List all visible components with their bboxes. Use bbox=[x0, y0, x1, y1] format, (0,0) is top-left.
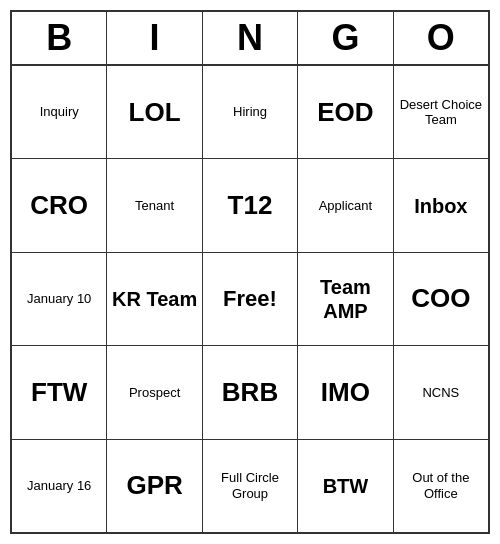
bingo-cell-1-4: Inbox bbox=[394, 159, 488, 251]
bingo-row-1: CROTenantT12ApplicantInbox bbox=[12, 159, 488, 252]
bingo-cell-0-4: Desert Choice Team bbox=[394, 66, 488, 158]
bingo-cell-4-0: January 16 bbox=[12, 440, 107, 532]
bingo-cell-1-1: Tenant bbox=[107, 159, 202, 251]
bingo-cell-3-1: Prospect bbox=[107, 346, 202, 438]
bingo-row-4: January 16GPRFull Circle GroupBTWOut of … bbox=[12, 440, 488, 532]
bingo-cell-1-2: T12 bbox=[203, 159, 298, 251]
bingo-cell-2-2: Free! bbox=[203, 253, 298, 345]
bingo-row-0: InquiryLOLHiringEODDesert Choice Team bbox=[12, 66, 488, 159]
bingo-cell-3-2: BRB bbox=[203, 346, 298, 438]
header-letter-g: G bbox=[298, 12, 393, 64]
header-letter-o: O bbox=[394, 12, 488, 64]
bingo-row-3: FTWProspectBRBIMONCNS bbox=[12, 346, 488, 439]
bingo-cell-3-0: FTW bbox=[12, 346, 107, 438]
header-letter-i: I bbox=[107, 12, 202, 64]
bingo-cell-4-2: Full Circle Group bbox=[203, 440, 298, 532]
bingo-cell-4-3: BTW bbox=[298, 440, 393, 532]
bingo-cell-0-1: LOL bbox=[107, 66, 202, 158]
bingo-cell-2-3: Team AMP bbox=[298, 253, 393, 345]
bingo-cell-1-0: CRO bbox=[12, 159, 107, 251]
bingo-grid: InquiryLOLHiringEODDesert Choice TeamCRO… bbox=[12, 66, 488, 532]
bingo-cell-4-1: GPR bbox=[107, 440, 202, 532]
bingo-cell-1-3: Applicant bbox=[298, 159, 393, 251]
header-letter-n: N bbox=[203, 12, 298, 64]
bingo-header: BINGO bbox=[12, 12, 488, 66]
bingo-row-2: January 10KR TeamFree!Team AMPCOO bbox=[12, 253, 488, 346]
bingo-cell-0-0: Inquiry bbox=[12, 66, 107, 158]
bingo-cell-3-4: NCNS bbox=[394, 346, 488, 438]
bingo-cell-2-0: January 10 bbox=[12, 253, 107, 345]
bingo-cell-2-1: KR Team bbox=[107, 253, 202, 345]
bingo-cell-4-4: Out of the Office bbox=[394, 440, 488, 532]
bingo-cell-0-3: EOD bbox=[298, 66, 393, 158]
bingo-cell-3-3: IMO bbox=[298, 346, 393, 438]
header-letter-b: B bbox=[12, 12, 107, 64]
bingo-card: BINGO InquiryLOLHiringEODDesert Choice T… bbox=[10, 10, 490, 534]
bingo-cell-2-4: COO bbox=[394, 253, 488, 345]
bingo-cell-0-2: Hiring bbox=[203, 66, 298, 158]
